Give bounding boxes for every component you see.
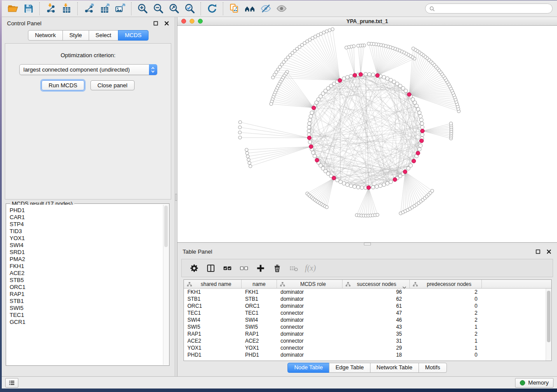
duplicate-network-button[interactable] (226, 2, 242, 16)
mcds-node[interactable] (407, 93, 411, 96)
task-history-button[interactable] (5, 378, 18, 388)
network-node[interactable] (311, 151, 315, 155)
network-node[interactable] (376, 213, 379, 216)
network-node[interactable] (364, 72, 367, 76)
delete-columns-button[interactable] (270, 261, 284, 275)
network-node[interactable] (317, 98, 320, 101)
network-node[interactable] (307, 129, 311, 133)
network-node[interactable] (356, 44, 360, 47)
splitter-grip-horizontal[interactable] (364, 243, 371, 245)
network-node[interactable] (308, 122, 311, 125)
mcds-node[interactable] (332, 176, 336, 180)
mcds-node[interactable] (309, 144, 313, 148)
network-node[interactable] (379, 184, 382, 188)
close-panel-button[interactable]: Close panel (90, 80, 135, 90)
zoom-fit-content-button[interactable] (166, 2, 182, 16)
save-session-button[interactable] (21, 2, 36, 16)
network-node[interactable] (389, 78, 392, 82)
search-input[interactable] (435, 5, 549, 12)
network-node[interactable] (407, 167, 410, 170)
close-panel-icon-button[interactable] (164, 21, 170, 26)
hide-selected-button[interactable] (258, 2, 273, 16)
network-node[interactable] (418, 111, 421, 114)
minimize-traffic-light[interactable] (190, 19, 194, 24)
mcds-node[interactable] (315, 158, 319, 162)
network-node[interactable] (419, 114, 422, 118)
table-row[interactable]: ORC1ORC1dominator610 (184, 303, 551, 309)
network-node[interactable] (418, 148, 421, 151)
network-node[interactable] (421, 133, 424, 136)
network-node[interactable] (246, 155, 249, 158)
network-node[interactable] (375, 185, 378, 188)
mcds-result-item[interactable]: ACE2 (10, 270, 163, 277)
column-header-name[interactable]: name (242, 280, 277, 288)
mcds-result-item[interactable]: SWI5 (10, 305, 163, 312)
mcds-result-item[interactable]: STB1 (10, 298, 163, 305)
network-canvas[interactable] (177, 26, 557, 242)
network-node[interactable] (342, 182, 346, 185)
network-node[interactable] (249, 165, 252, 168)
import-network-from-file-button[interactable] (43, 2, 59, 16)
network-node[interactable] (336, 179, 339, 182)
network-node[interactable] (413, 101, 417, 104)
search-box[interactable] (425, 3, 553, 14)
network-node[interactable] (411, 98, 415, 101)
network-node[interactable] (382, 76, 386, 79)
mcds-node[interactable] (312, 106, 316, 110)
close-traffic-light[interactable] (181, 19, 186, 24)
deselect-all-rows-button[interactable] (237, 261, 251, 275)
table-scrollbar[interactable] (546, 289, 551, 361)
network-node[interactable] (238, 131, 241, 134)
network-node[interactable] (398, 174, 402, 178)
network-node[interactable] (360, 186, 363, 189)
select-all-rows-button[interactable] (220, 261, 235, 275)
network-node[interactable] (349, 184, 353, 188)
column-header-shared-name[interactable]: shared name (184, 280, 242, 288)
network-node[interactable] (271, 76, 274, 79)
network-node[interactable] (246, 151, 249, 155)
table-settings-button[interactable] (187, 261, 201, 275)
network-node[interactable] (416, 107, 420, 111)
network-node[interactable] (395, 82, 399, 86)
network-node[interactable] (420, 122, 424, 125)
network-node[interactable] (371, 186, 375, 189)
network-node[interactable] (248, 162, 251, 165)
network-node[interactable] (353, 185, 356, 188)
mcds-result-item[interactable]: PHD1 (10, 207, 163, 214)
zoom-out-button[interactable] (150, 2, 166, 16)
table-row[interactable]: FKH1FKH1dominator962 (184, 289, 551, 296)
mcds-node[interactable] (416, 151, 420, 155)
table-row[interactable]: STB1STB1dominator620 (184, 296, 551, 303)
network-node[interactable] (371, 73, 375, 76)
network-node[interactable] (332, 82, 336, 86)
network-node[interactable] (356, 186, 360, 189)
mcds-result-item[interactable]: ORC1 (10, 284, 163, 291)
network-node[interactable] (310, 111, 314, 114)
network-node[interactable] (270, 102, 273, 105)
mcds-result-item[interactable]: STP4 (10, 221, 163, 228)
network-node[interactable] (382, 183, 386, 186)
mcds-node[interactable] (308, 136, 311, 140)
table-row[interactable]: YOX1YOX1connector291 (184, 344, 551, 351)
network-node[interactable] (329, 84, 333, 88)
mcds-node[interactable] (412, 159, 416, 163)
mcds-result-item[interactable]: STB5 (10, 277, 163, 284)
network-node[interactable] (349, 74, 353, 78)
mcds-node[interactable] (359, 72, 363, 76)
horizontal-splitter[interactable] (177, 243, 557, 245)
mcds-node[interactable] (403, 170, 407, 174)
mcds-node[interactable] (420, 139, 424, 143)
splitter-grip[interactable] (175, 194, 177, 201)
table-row[interactable]: ACE2ACE2connector311 (184, 337, 551, 344)
table-tab-node-table[interactable]: Node Table (287, 363, 329, 373)
open-session-button[interactable] (5, 2, 21, 16)
column-header-MCDS-role[interactable]: MCDS role (277, 280, 343, 288)
mcds-node[interactable] (353, 73, 357, 77)
mcds-result-item[interactable]: TEC1 (10, 312, 163, 319)
network-node[interactable] (319, 164, 322, 167)
network-node[interactable] (313, 154, 316, 158)
zoom-in-button[interactable] (135, 2, 150, 16)
mcds-node[interactable] (338, 79, 342, 83)
tab-style[interactable]: Style (62, 30, 89, 41)
network-node[interactable] (309, 114, 312, 118)
